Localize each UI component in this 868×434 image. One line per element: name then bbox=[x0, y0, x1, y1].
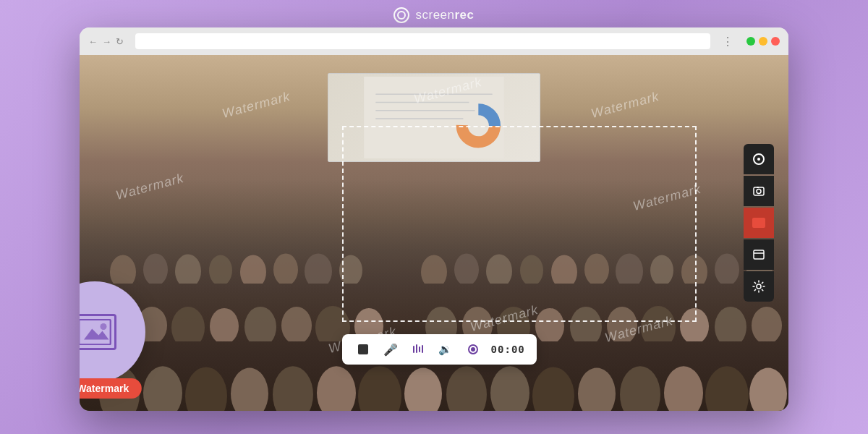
browser-menu-icon[interactable]: ⋮ bbox=[722, 35, 733, 48]
svg-point-17 bbox=[486, 255, 512, 284]
nav-forward[interactable]: → bbox=[102, 36, 111, 47]
browser-nav[interactable]: ← → ↻ bbox=[88, 36, 124, 47]
audio-mixer-button[interactable] bbox=[409, 340, 427, 359]
feature-circle bbox=[80, 281, 145, 383]
svg-point-52 bbox=[446, 366, 487, 411]
svg-point-58 bbox=[705, 366, 749, 411]
svg-point-46 bbox=[185, 367, 227, 411]
maximize-button[interactable] bbox=[746, 37, 755, 46]
right-sidebar-toolbar bbox=[744, 144, 774, 302]
svg-point-45 bbox=[143, 366, 182, 411]
timer-display: 00:00 bbox=[491, 344, 525, 355]
svg-point-14 bbox=[339, 255, 362, 284]
gear-icon bbox=[752, 280, 765, 293]
svg-point-21 bbox=[616, 254, 643, 284]
svg-point-54 bbox=[532, 367, 574, 411]
svg-point-76 bbox=[101, 323, 107, 330]
mountain-icon bbox=[80, 319, 111, 345]
stop-button[interactable] bbox=[354, 340, 373, 359]
svg-rect-63 bbox=[422, 345, 423, 353]
svg-rect-71 bbox=[754, 250, 764, 259]
logo-text: screenrec bbox=[415, 8, 474, 22]
browser-window-controls bbox=[746, 37, 780, 46]
close-button[interactable] bbox=[771, 37, 780, 46]
svg-point-47 bbox=[231, 368, 268, 411]
window-capture-button[interactable] bbox=[744, 239, 774, 270]
svg-point-15 bbox=[421, 255, 447, 284]
record-icon bbox=[752, 218, 765, 228]
logo-name-regular: screen bbox=[415, 8, 454, 22]
svg-rect-62 bbox=[419, 346, 420, 352]
mixer-icon bbox=[412, 343, 425, 356]
svg-rect-61 bbox=[416, 344, 417, 353]
cursor-tool-button[interactable] bbox=[744, 144, 774, 174]
svg-point-16 bbox=[454, 254, 479, 284]
webcam-icon bbox=[467, 343, 480, 356]
content-area: Watermark Watermark Watermark Watermark … bbox=[80, 55, 788, 411]
svg-point-23 bbox=[681, 255, 707, 284]
nav-back[interactable]: ← bbox=[88, 36, 98, 47]
svg-point-67 bbox=[757, 158, 760, 161]
browser-chrome: ← → ↻ ⋮ bbox=[80, 27, 788, 55]
svg-point-10 bbox=[209, 255, 232, 284]
svg-point-11 bbox=[240, 255, 266, 284]
logo-icon bbox=[393, 7, 409, 23]
svg-marker-75 bbox=[84, 328, 109, 339]
microphone-button[interactable]: 🎤 bbox=[381, 340, 400, 359]
svg-point-8 bbox=[143, 254, 168, 284]
window-icon bbox=[752, 248, 765, 261]
svg-point-13 bbox=[305, 254, 332, 284]
svg-point-7 bbox=[110, 255, 136, 284]
feature-badge: No Watermark bbox=[80, 281, 145, 383]
svg-point-12 bbox=[273, 254, 298, 284]
settings-button[interactable] bbox=[744, 271, 774, 302]
browser-window: ← → ↻ ⋮ bbox=[80, 27, 788, 411]
logo-bar: screenrec bbox=[393, 0, 474, 27]
svg-point-22 bbox=[650, 255, 673, 284]
svg-point-65 bbox=[471, 347, 475, 352]
svg-point-20 bbox=[584, 254, 609, 284]
svg-point-57 bbox=[664, 366, 703, 411]
camera-icon bbox=[752, 184, 765, 197]
image-icon bbox=[80, 314, 116, 350]
svg-point-18 bbox=[520, 255, 543, 284]
svg-point-56 bbox=[620, 366, 660, 411]
svg-point-73 bbox=[757, 284, 761, 289]
svg-rect-60 bbox=[413, 346, 414, 353]
speaker-button[interactable]: 🔉 bbox=[436, 340, 455, 359]
logo-name-bold: rec bbox=[455, 8, 475, 22]
svg-point-50 bbox=[358, 366, 401, 411]
svg-rect-70 bbox=[757, 187, 759, 188]
svg-point-55 bbox=[578, 368, 616, 411]
no-watermark-label: No Watermark bbox=[80, 378, 142, 399]
recording-toolbar: 🎤 🔉 00:00 bbox=[342, 334, 537, 365]
svg-point-53 bbox=[490, 366, 529, 411]
nav-refresh[interactable]: ↻ bbox=[116, 36, 124, 47]
svg-point-69 bbox=[757, 190, 761, 194]
stop-icon bbox=[358, 344, 368, 354]
cursor-icon bbox=[752, 153, 765, 166]
svg-point-59 bbox=[749, 368, 787, 411]
screenshot-button[interactable] bbox=[744, 176, 774, 206]
svg-point-51 bbox=[404, 368, 442, 411]
svg-point-19 bbox=[551, 255, 577, 284]
svg-point-9 bbox=[175, 255, 201, 284]
webcam-button[interactable] bbox=[464, 340, 482, 359]
svg-point-24 bbox=[715, 254, 739, 284]
address-bar[interactable] bbox=[135, 33, 710, 49]
svg-point-48 bbox=[273, 366, 313, 411]
svg-rect-68 bbox=[754, 187, 764, 195]
minimize-button[interactable] bbox=[759, 37, 767, 46]
svg-point-49 bbox=[317, 366, 356, 411]
record-video-button[interactable] bbox=[744, 208, 774, 238]
projection-screen bbox=[328, 73, 540, 162]
